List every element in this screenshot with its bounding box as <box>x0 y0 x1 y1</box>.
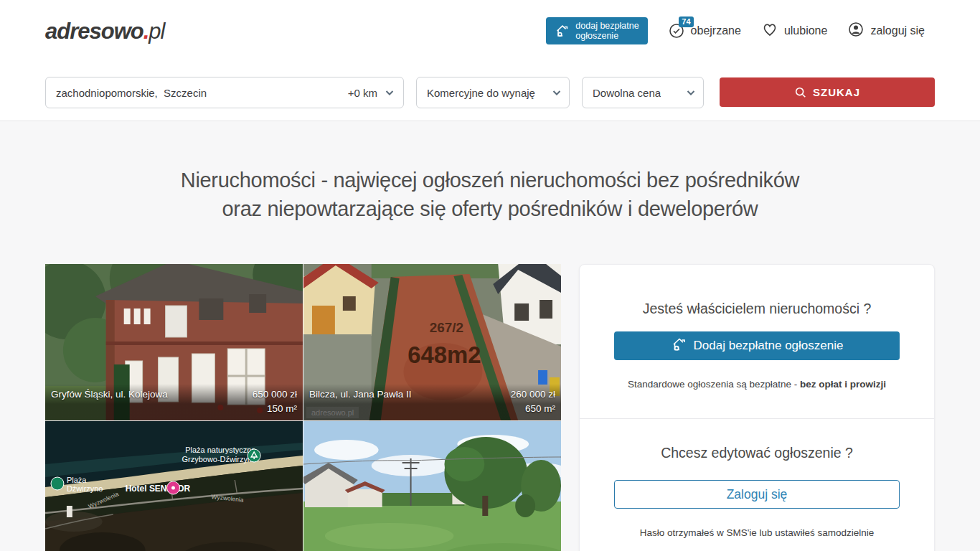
listing-photo-green-field <box>303 421 561 551</box>
heart-icon <box>761 21 778 41</box>
listing-card[interactable]: Grojec, ul. Bagienna 891 000 zł <box>303 421 561 551</box>
login-label: zaloguj się <box>870 24 925 37</box>
main-content: Nieruchomości - najwięcej ogłoszeń nieru… <box>0 121 980 551</box>
site-logo[interactable]: adresowo.pl <box>45 19 164 44</box>
favorites-link[interactable]: ulubione <box>761 21 828 41</box>
chevron-down-icon <box>686 88 696 98</box>
radius-value: +0 km <box>348 87 377 99</box>
chevron-down-icon <box>385 88 395 98</box>
sidebar-login-button[interactable]: Zaloguj się <box>614 480 900 509</box>
search-icon <box>794 86 807 99</box>
svg-text:Grzybowo-Dźwirzyno: Grzybowo-Dźwirzyno <box>182 455 256 463</box>
user-icon <box>847 21 864 41</box>
price-value: Dowolna cena <box>593 87 661 99</box>
sidebar-add-listing-label: Dodaj bezpłatne ogłoszenie <box>694 339 844 353</box>
svg-text:Plaża: Plaża <box>67 476 87 484</box>
search-button-label: SZUKAJ <box>813 86 860 98</box>
header: adresowo.pl dodaj bezpłatne ogłoszenie <box>0 0 980 63</box>
svg-text:648m2: 648m2 <box>407 342 481 368</box>
svg-text:267/2: 267/2 <box>430 320 463 335</box>
listing-card[interactable]: Plaża naturystyczna Grzybowo-Dźwirzyno P… <box>45 421 303 551</box>
listing-photo-satellite-map: Plaża naturystyczna Grzybowo-Dźwirzyno P… <box>45 421 303 551</box>
sidebar-divider <box>580 418 934 419</box>
sidebar-add-listing-button[interactable]: Dodaj bezpłatne ogłoszenie <box>614 331 900 360</box>
listing-price: 650 000 zł <box>253 387 297 402</box>
viewed-link[interactable]: 74 obejrzane <box>668 22 741 39</box>
listing-area: 150 m² <box>267 402 297 416</box>
free-listing-note: Standardowe ogłoszenia są bezpłatne - be… <box>614 379 900 390</box>
listing-caption: Bilcza, ul. Jana Pawła II 260 000 zł 650… <box>303 384 561 420</box>
favorites-label: ulubione <box>784 24 828 37</box>
viewed-count-badge: 74 <box>679 17 693 27</box>
page-title: Nieruchomości - najwięcej ogłoszeń nieru… <box>0 166 980 223</box>
listing-caption: Gryfów Śląski, ul. Kolejowa 650 000 zł 1… <box>45 384 303 420</box>
house-plus-icon <box>671 336 688 357</box>
category-dropdown[interactable]: Komercyjne do wynaję <box>416 77 570 108</box>
location-input[interactable]: zachodniopomorskie, Szczecin +0 km <box>45 77 404 108</box>
radius-dropdown[interactable]: +0 km <box>348 87 395 99</box>
add-listing-label: dodaj bezpłatne ogłoszenie <box>575 21 639 41</box>
listings-grid: Gryfów Śląski, ul. Kolejowa 650 000 zł 1… <box>45 264 561 551</box>
listing-location: Gryfów Śląski, ul. Kolejowa <box>51 387 168 402</box>
listing-area: 650 m² <box>525 402 555 416</box>
login-link[interactable]: zaloguj się <box>847 21 925 41</box>
logo-suffix: pl <box>149 19 164 44</box>
logo-text: adresowo <box>45 19 143 44</box>
location-value: zachodniopomorskie, Szczecin <box>56 87 348 99</box>
check-circle-icon: 74 <box>668 22 685 39</box>
search-bar: zachodniopomorskie, Szczecin +0 km Komer… <box>0 63 980 121</box>
edit-heading: Chcesz edytować ogłoszenie ? <box>614 445 900 461</box>
svg-text:Dźwirzyno: Dźwirzyno <box>67 484 103 493</box>
chevron-down-icon <box>552 88 562 98</box>
add-listing-button[interactable]: dodaj bezpłatne ogłoszenie <box>546 17 647 44</box>
listing-price: 260 000 zł <box>511 387 555 402</box>
svg-text:Hotel SENATOR: Hotel SENATOR <box>126 484 191 494</box>
search-button[interactable]: SZUKAJ <box>720 77 935 107</box>
listing-card[interactable]: Gryfów Śląski, ul. Kolejowa 650 000 zł 1… <box>45 264 303 420</box>
listing-card[interactable]: 267/2 648m2 adresowo.pl Bilcza, ul. Jana… <box>303 264 561 420</box>
listing-location: Bilcza, ul. Jana Pawła II <box>309 387 412 402</box>
header-actions: dodaj bezpłatne ogłoszenie 74 obejrzane … <box>546 17 925 44</box>
price-dropdown[interactable]: Dowolna cena <box>582 77 704 108</box>
owner-panel: Jesteś właścicielem nieruchomości ? Doda… <box>579 264 935 551</box>
house-plus-icon <box>555 23 570 39</box>
viewed-label: obejrzane <box>691 24 741 37</box>
password-note: Hasło otrzymałeś w SMS'ie lub ustawiłeś … <box>614 527 900 538</box>
owner-heading: Jesteś właścicielem nieruchomości ? <box>614 301 900 317</box>
category-value: Komercyjne do wynaję <box>427 87 535 99</box>
svg-text:Plaża naturystyczna: Plaża naturystyczna <box>185 446 256 454</box>
